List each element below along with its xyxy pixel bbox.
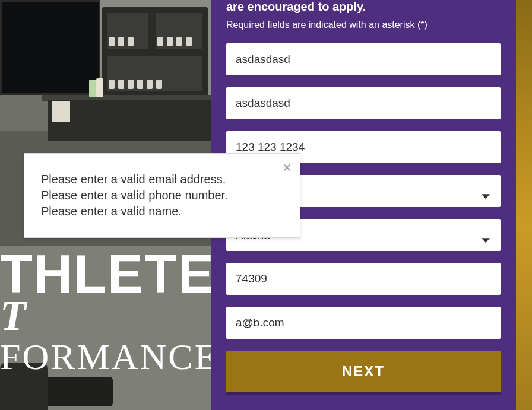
validation-message: Please enter a valid name. bbox=[41, 204, 283, 220]
gym-equipment bbox=[42, 377, 113, 406]
counter bbox=[48, 100, 214, 141]
email-input[interactable] bbox=[226, 307, 501, 339]
validation-popup: × Please enter a valid email address. Pl… bbox=[24, 153, 300, 238]
form-heading: are encouraged to apply. bbox=[226, 0, 501, 14]
last-name-input[interactable] bbox=[226, 87, 501, 119]
paper-sign bbox=[52, 101, 70, 122]
zip-input[interactable] bbox=[226, 263, 501, 295]
validation-message: Please enter a valid email address. bbox=[41, 171, 283, 187]
tv-screen bbox=[0, 0, 102, 95]
shelf-unit bbox=[102, 7, 208, 99]
required-hint: Required fields are indicated with an as… bbox=[226, 20, 501, 30]
validation-message: Please enter a valid phone number. bbox=[41, 187, 283, 204]
next-button[interactable]: NEXT bbox=[226, 351, 501, 392]
bottle bbox=[96, 78, 103, 97]
first-name-input[interactable] bbox=[226, 43, 501, 75]
gold-edge-strip bbox=[515, 0, 532, 410]
close-icon[interactable]: × bbox=[283, 160, 292, 175]
